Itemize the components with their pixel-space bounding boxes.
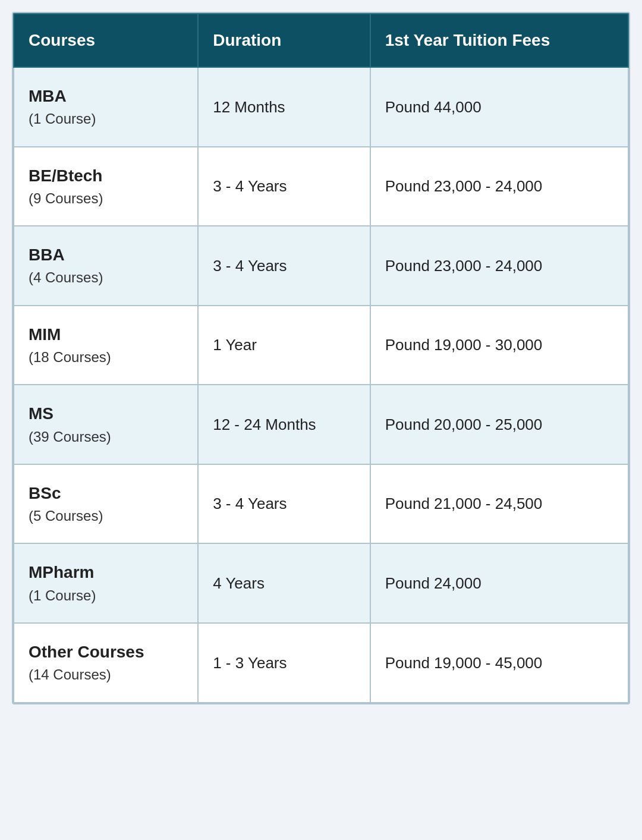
cell-course-name: MBA(1 Course) xyxy=(14,67,198,147)
cell-duration: 3 - 4 Years xyxy=(198,464,370,544)
cell-fees: Pound 21,000 - 24,500 xyxy=(370,464,628,544)
cell-fees: Pound 20,000 - 25,000 xyxy=(370,385,628,464)
cell-duration: 3 - 4 Years xyxy=(198,226,370,306)
table-header-row: Courses Duration 1st Year Tuition Fees xyxy=(14,14,628,67)
cell-fees: Pound 19,000 - 30,000 xyxy=(370,306,628,385)
cell-course-name: MIM(18 Courses) xyxy=(14,306,198,385)
cell-duration: 12 - 24 Months xyxy=(198,385,370,464)
cell-course-name: BSc(5 Courses) xyxy=(14,464,198,544)
course-count: (1 Course) xyxy=(29,111,96,127)
table-row: BBA(4 Courses)3 - 4 YearsPound 23,000 - … xyxy=(14,226,628,306)
cell-course-name: BBA(4 Courses) xyxy=(14,226,198,306)
course-count: (18 Courses) xyxy=(29,349,111,365)
table-row: BSc(5 Courses)3 - 4 YearsPound 21,000 - … xyxy=(14,464,628,544)
course-title: MS xyxy=(29,404,54,423)
header-duration: Duration xyxy=(198,14,370,67)
course-count: (4 Courses) xyxy=(29,269,103,285)
cell-fees: Pound 23,000 - 24,000 xyxy=(370,226,628,306)
course-title: Other Courses xyxy=(29,643,144,661)
cell-fees: Pound 24,000 xyxy=(370,543,628,623)
course-count: (39 Courses) xyxy=(29,429,111,445)
cell-course-name: Other Courses(14 Courses) xyxy=(14,623,198,703)
course-count: (1 Course) xyxy=(29,587,96,603)
course-title: BSc xyxy=(29,484,61,502)
course-count: (5 Courses) xyxy=(29,508,103,524)
cell-duration: 1 - 3 Years xyxy=(198,623,370,703)
cell-fees: Pound 44,000 xyxy=(370,67,628,147)
cell-course-name: MS(39 Courses) xyxy=(14,385,198,464)
course-count: (9 Courses) xyxy=(29,190,103,206)
course-title: MPharm xyxy=(29,563,94,581)
course-count: (14 Courses) xyxy=(29,666,111,682)
cell-fees: Pound 23,000 - 24,000 xyxy=(370,147,628,226)
cell-fees: Pound 19,000 - 45,000 xyxy=(370,623,628,703)
table-row: MS(39 Courses)12 - 24 MonthsPound 20,000… xyxy=(14,385,628,464)
course-title: BBA xyxy=(29,246,65,264)
cell-duration: 3 - 4 Years xyxy=(198,147,370,226)
table-row: BE/Btech(9 Courses)3 - 4 YearsPound 23,0… xyxy=(14,147,628,226)
header-courses: Courses xyxy=(14,14,198,67)
table-row: MBA(1 Course)12 MonthsPound 44,000 xyxy=(14,67,628,147)
cell-course-name: BE/Btech(9 Courses) xyxy=(14,147,198,226)
cell-course-name: MPharm(1 Course) xyxy=(14,543,198,623)
cell-duration: 12 Months xyxy=(198,67,370,147)
cell-duration: 1 Year xyxy=(198,306,370,385)
course-title: BE/Btech xyxy=(29,166,102,185)
table-row: Other Courses(14 Courses)1 - 3 YearsPoun… xyxy=(14,623,628,703)
table-row: MPharm(1 Course)4 YearsPound 24,000 xyxy=(14,543,628,623)
table-row: MIM(18 Courses)1 YearPound 19,000 - 30,0… xyxy=(14,306,628,385)
course-title: MIM xyxy=(29,325,61,344)
courses-table: Courses Duration 1st Year Tuition Fees M… xyxy=(12,12,630,704)
course-title: MBA xyxy=(29,87,67,105)
cell-duration: 4 Years xyxy=(198,543,370,623)
header-fees: 1st Year Tuition Fees xyxy=(370,14,628,67)
